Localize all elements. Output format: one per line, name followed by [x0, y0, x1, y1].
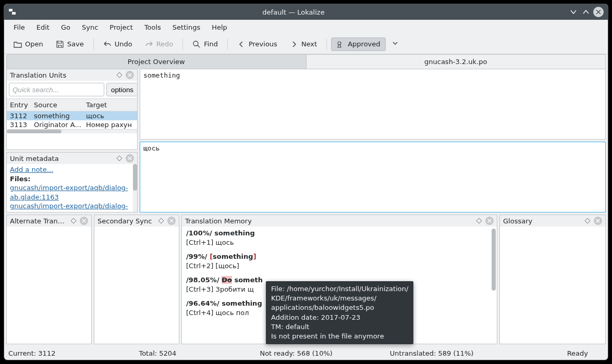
detach-icon[interactable]: [115, 154, 124, 162]
previous-label: Previous: [249, 40, 277, 48]
separator: [227, 39, 228, 50]
tm-entry[interactable]: /100%/ something [Ctrl+1] щось: [186, 229, 493, 247]
col-entry: Entry: [10, 101, 28, 109]
tu-table-header[interactable]: Entry Source Target: [7, 98, 137, 111]
quick-search-input[interactable]: [9, 83, 104, 96]
approved-label: Approved: [348, 40, 380, 48]
statusbar: Current: 3112 Total: 5204 Not ready: 568…: [4, 346, 608, 360]
close-panel-icon[interactable]: [485, 217, 494, 225]
detach-icon[interactable]: [69, 217, 78, 225]
close-panel-icon[interactable]: [594, 217, 602, 225]
glossary-panel: Glossary: [499, 215, 606, 344]
app-icon: [8, 8, 17, 16]
col-source: Source: [31, 99, 83, 111]
open-button[interactable]: Open: [8, 37, 48, 51]
titlebar: default — Lokalize: [4, 4, 608, 20]
save-button[interactable]: Save: [51, 37, 89, 51]
menu-go[interactable]: Go: [56, 21, 76, 33]
open-label: Open: [25, 40, 43, 48]
sec-title: Secondary Sync: [97, 217, 155, 225]
options-button[interactable]: options: [106, 83, 137, 96]
target-text[interactable]: щось: [140, 142, 606, 212]
status-total: Total: 5204: [139, 349, 176, 357]
next-button[interactable]: Next: [285, 37, 322, 51]
tm-tooltip: File: /home/yurchor/Install/Ukrainizatio…: [266, 281, 413, 344]
close-panel-icon[interactable]: [167, 217, 176, 225]
tm-entry[interactable]: /99%/ [something] [Ctrl+2] [щось]: [186, 252, 493, 270]
file-link[interactable]: gnucash/import-export/aqb/dialog-ab.glad…: [10, 184, 128, 201]
toolbar: Open Save Undo Redo Find Previous Next: [4, 34, 608, 54]
menu-sync[interactable]: Sync: [77, 21, 103, 33]
redo-button[interactable]: Redo: [140, 37, 179, 51]
tab-file[interactable]: gnucash-3.2.uk.po: [306, 55, 606, 69]
app-window: default — Lokalize File Edit Go Sync Pro…: [4, 4, 608, 360]
translation-units-panel: Translation Units options Entry Sourc: [6, 69, 138, 150]
detach-icon[interactable]: [475, 217, 483, 225]
svg-point-3: [338, 42, 341, 45]
gloss-title: Glossary: [503, 217, 581, 225]
menubar: File Edit Go Sync Project Tools Settings…: [4, 20, 608, 34]
detach-icon[interactable]: [157, 217, 165, 225]
svg-point-2: [193, 41, 198, 46]
undo-label: Undo: [115, 40, 132, 48]
detach-icon[interactable]: [115, 71, 124, 79]
approved-dropdown[interactable]: [388, 37, 402, 51]
tu-title: Translation Units: [10, 71, 113, 79]
separator: [93, 39, 94, 50]
approved-button[interactable]: Approved: [331, 37, 385, 51]
tu-hscrollbar[interactable]: [7, 129, 137, 133]
files-label: Files:: [10, 175, 31, 183]
editor-area: something щось: [140, 69, 606, 212]
add-note-link[interactable]: Add a note...: [10, 166, 53, 173]
table-row[interactable]: 3113 Originator A... Номер рахун: [7, 120, 137, 129]
menu-settings[interactable]: Settings: [167, 21, 205, 33]
redo-label: Redo: [156, 40, 174, 48]
status-untranslated: Untranslated: 589 (11%): [390, 349, 474, 357]
status-notready: Not ready: 568 (10%): [260, 349, 332, 357]
tm-vscrollbar[interactable]: [492, 229, 496, 342]
svg-rect-1: [12, 12, 16, 15]
close-panel-icon[interactable]: [126, 154, 134, 162]
unit-metadata-panel: Unit metadata Add a note... Files: gnuca…: [6, 152, 138, 212]
find-label: Find: [204, 40, 218, 48]
file-link[interactable]: gnucash/import-export/aqb/dialog-: [10, 202, 128, 210]
separator: [182, 39, 183, 50]
menu-project[interactable]: Project: [104, 21, 138, 33]
svg-rect-0: [9, 9, 13, 11]
previous-button[interactable]: Previous: [232, 37, 283, 51]
alternate-translations-panel: Alternate Transl...: [6, 215, 92, 344]
meta-title: Unit metadata: [10, 155, 113, 162]
find-button[interactable]: Find: [187, 37, 223, 51]
menu-help[interactable]: Help: [206, 21, 232, 33]
maximize-button[interactable]: [581, 7, 591, 17]
close-button[interactable]: [593, 7, 604, 17]
source-text: something: [140, 69, 606, 140]
separator: [326, 39, 327, 50]
close-panel-icon[interactable]: [126, 71, 134, 79]
detach-icon[interactable]: [583, 217, 592, 225]
secondary-sync-panel: Secondary Sync: [94, 215, 179, 344]
status-ready: Ready: [567, 349, 588, 357]
tab-overview[interactable]: Project Overview: [7, 55, 306, 69]
meta-vscrollbar[interactable]: [133, 164, 137, 212]
window-title: default — Lokalize: [21, 8, 566, 16]
alt-title: Alternate Transl...: [10, 217, 67, 225]
document-tabs: Project Overview gnucash-3.2.uk.po: [6, 54, 606, 69]
minimize-button[interactable]: [568, 7, 579, 17]
status-current: Current: 3112: [8, 349, 55, 357]
undo-button[interactable]: Undo: [98, 37, 138, 51]
menu-edit[interactable]: Edit: [31, 21, 55, 33]
col-target: Target: [83, 99, 137, 111]
close-panel-icon[interactable]: [80, 217, 88, 225]
save-label: Save: [67, 40, 84, 48]
table-row[interactable]: 3112 something щось: [7, 111, 137, 120]
menu-file[interactable]: File: [8, 21, 30, 33]
next-label: Next: [301, 40, 317, 48]
menu-tools[interactable]: Tools: [139, 21, 166, 33]
tm-title: Translation Memory: [185, 217, 473, 225]
